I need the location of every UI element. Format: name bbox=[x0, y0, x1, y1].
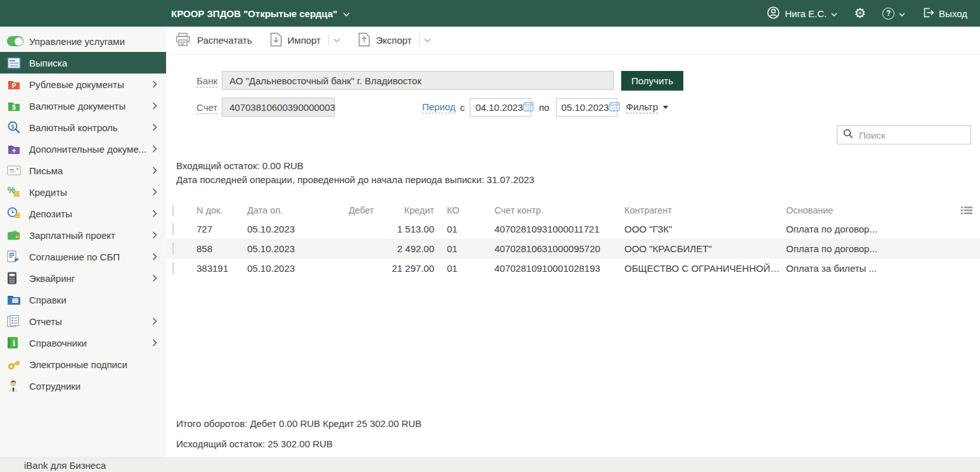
period-from-prefix: с bbox=[460, 102, 465, 113]
column-settings-icon[interactable] bbox=[955, 206, 980, 215]
doc-number: 858 bbox=[190, 243, 241, 254]
chevron-right-icon bbox=[152, 124, 157, 131]
export-button[interactable]: Экспорт bbox=[358, 32, 411, 49]
sidebar-item-deposits[interactable]: Депозиты bbox=[0, 203, 166, 224]
contragent: ООО "КРАСБИЛЕТ" bbox=[618, 243, 780, 254]
logout-label: Выход bbox=[939, 8, 967, 19]
sidebar-item-currency-documents[interactable]: $ Валютные документы bbox=[0, 95, 166, 117]
table-row[interactable]: 383191 05.10.2023 21 297.00 01 407028109… bbox=[166, 258, 980, 278]
help-menu[interactable]: ? bbox=[882, 8, 905, 20]
filter-toggle[interactable]: Фильтр bbox=[626, 101, 668, 113]
table-row[interactable]: 858 05.10.2023 2 492.00 01 4070281063100… bbox=[166, 239, 980, 258]
import-button[interactable]: Импорт bbox=[270, 32, 321, 49]
sidebar-item-label: Справки bbox=[29, 295, 67, 305]
sidebar-item-acquiring[interactable]: Эквайринг bbox=[0, 267, 166, 289]
period-to-input[interactable]: 05.10.2023 bbox=[556, 98, 617, 117]
account-label[interactable]: Счет bbox=[197, 102, 217, 114]
search-icon bbox=[843, 129, 853, 141]
op-date: 05.10.2023 bbox=[241, 243, 323, 254]
sidebar-item-employees[interactable]: Сотрудники bbox=[0, 375, 166, 397]
export-dropdown-chevron-icon[interactable] bbox=[424, 38, 431, 43]
sidebar-item-ruble-documents[interactable]: Р Рублевые документы bbox=[0, 73, 166, 95]
sidebar-item-label: Электронные подписи bbox=[29, 359, 127, 370]
bank-label[interactable]: Банк bbox=[197, 75, 217, 87]
sidebar-item-reports[interactable]: Отчеты bbox=[0, 310, 166, 332]
calendar-icon[interactable] bbox=[609, 101, 620, 113]
import-label: Импорт bbox=[288, 35, 321, 46]
sidebar-item-statement[interactable]: Выписка bbox=[0, 52, 166, 73]
last-operation-date: Дата последней операции, проведенной до … bbox=[176, 174, 534, 185]
table-header: N док. Дата оп. Дебет Кредит КО Счет кон… bbox=[166, 201, 980, 219]
outgoing-balance: Исходящий остаток: 25 302.00 RUB bbox=[176, 438, 333, 449]
sidebar-item-signatures[interactable]: Электронные подписи bbox=[0, 354, 166, 375]
chevron-right-icon bbox=[152, 253, 157, 260]
row-checkbox[interactable] bbox=[172, 243, 174, 255]
print-label: Распечатать bbox=[197, 35, 252, 46]
salary-project-icon bbox=[7, 228, 23, 242]
sidebar-item-label: Валютный контроль bbox=[29, 122, 118, 133]
sidebar-item-label: Справочники bbox=[29, 338, 87, 348]
sidebar-item-currency-control[interactable]: $ Валютный контроль bbox=[0, 117, 166, 138]
credits-icon: % bbox=[7, 185, 23, 199]
logout-button[interactable]: Выход bbox=[922, 6, 967, 21]
settings-button[interactable]: ⚙ bbox=[854, 7, 866, 20]
print-button[interactable]: Распечатать bbox=[175, 32, 252, 49]
toolbar: Распечатать Импорт Экспорт bbox=[166, 27, 980, 54]
sidebar-item-label: Эквайринг bbox=[29, 273, 75, 284]
table-body: 727 05.10.2023 1 513.00 01 4070281093100… bbox=[166, 219, 980, 278]
contragent: ООО "ГЗК" bbox=[618, 224, 780, 234]
calendar-icon[interactable] bbox=[523, 101, 534, 113]
statement-icon bbox=[7, 56, 23, 70]
get-statement-button[interactable]: Получить bbox=[621, 71, 683, 91]
sidebar-item-service-management[interactable]: Управление услугами bbox=[0, 30, 166, 52]
chevron-down-icon bbox=[343, 8, 350, 19]
sidebar-item-salary-project[interactable]: Зарплатный проект bbox=[0, 224, 166, 246]
row-checkbox[interactable] bbox=[172, 262, 174, 274]
column-header[interactable]: Дебет bbox=[323, 205, 380, 215]
basis: Оплата по договор... bbox=[780, 243, 955, 254]
chevron-right-icon bbox=[152, 102, 157, 110]
contr-account: 40702810931000011721 bbox=[488, 224, 618, 234]
period-to-prefix: по bbox=[539, 102, 549, 113]
search-input[interactable] bbox=[859, 130, 980, 141]
org-selector[interactable]: КРООР ЗПДОВ "Открытые сердца" bbox=[171, 8, 350, 19]
select-all-checkbox[interactable] bbox=[172, 205, 174, 216]
letters-icon bbox=[7, 163, 23, 177]
sidebar-item-certificates[interactable]: Справки bbox=[0, 289, 166, 310]
account-input[interactable]: 40703810600390000003 bbox=[222, 98, 335, 117]
column-header[interactable]: Контрагент bbox=[618, 205, 780, 215]
chevron-down-icon bbox=[899, 8, 905, 19]
svg-text:+: + bbox=[11, 146, 16, 155]
sidebar-item-additional-documents[interactable]: + Дополнительные докуме... bbox=[0, 138, 166, 160]
column-header[interactable]: Кредит bbox=[380, 205, 441, 215]
chevron-right-icon bbox=[152, 210, 157, 217]
table-row[interactable]: 727 05.10.2023 1 513.00 01 4070281093100… bbox=[166, 219, 980, 239]
op-date: 05.10.2023 bbox=[241, 224, 323, 234]
column-header[interactable]: Основание bbox=[780, 205, 955, 215]
column-header[interactable]: КО bbox=[441, 205, 488, 215]
sbp-agreement-icon bbox=[7, 250, 23, 264]
bank-input[interactable]: АО "Дальневосточный банк" г. Владивосток bbox=[222, 71, 614, 90]
sidebar-item-label: Соглашение по СБП bbox=[29, 252, 120, 262]
column-header[interactable]: Счет контр. bbox=[488, 205, 618, 215]
column-header[interactable]: N док. bbox=[190, 205, 241, 215]
search-box[interactable] bbox=[837, 125, 971, 144]
top-bar: КРООР ЗПДОВ "Открытые сердца" Нига Е.С. … bbox=[0, 0, 980, 27]
sidebar-item-sbp-agreement[interactable]: Соглашение по СБП bbox=[0, 246, 166, 267]
ko-code: 01 bbox=[441, 224, 488, 234]
toggle-on-icon[interactable] bbox=[7, 34, 23, 48]
chevron-right-icon bbox=[152, 145, 157, 153]
sidebar-item-label: Управление услугами bbox=[29, 36, 125, 47]
period-label[interactable]: Период bbox=[422, 101, 456, 113]
chevron-right-icon bbox=[152, 188, 157, 196]
sidebar-item-directories[interactable]: i Справочники bbox=[0, 332, 166, 354]
period-from-input[interactable]: 04.10.2023 bbox=[470, 98, 531, 117]
export-label: Экспорт bbox=[376, 35, 411, 46]
column-header[interactable]: Дата оп. bbox=[241, 205, 323, 215]
row-checkbox[interactable] bbox=[172, 223, 174, 235]
sidebar-item-letters[interactable]: Письма bbox=[0, 160, 166, 181]
import-icon bbox=[270, 32, 282, 49]
user-menu[interactable]: Нига Е.С. bbox=[766, 6, 837, 22]
sidebar-item-credits[interactable]: % Кредиты bbox=[0, 181, 166, 203]
import-dropdown-chevron-icon[interactable] bbox=[333, 38, 340, 43]
